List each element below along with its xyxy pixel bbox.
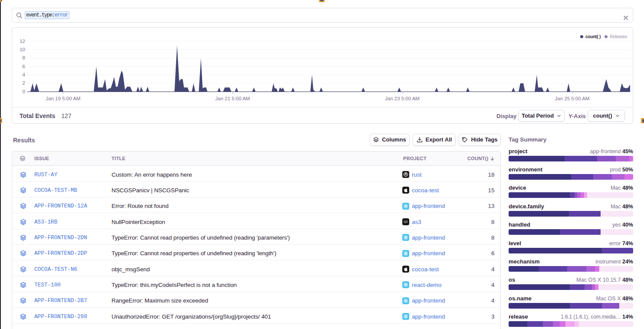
svg-text:R: R [405, 173, 407, 176]
